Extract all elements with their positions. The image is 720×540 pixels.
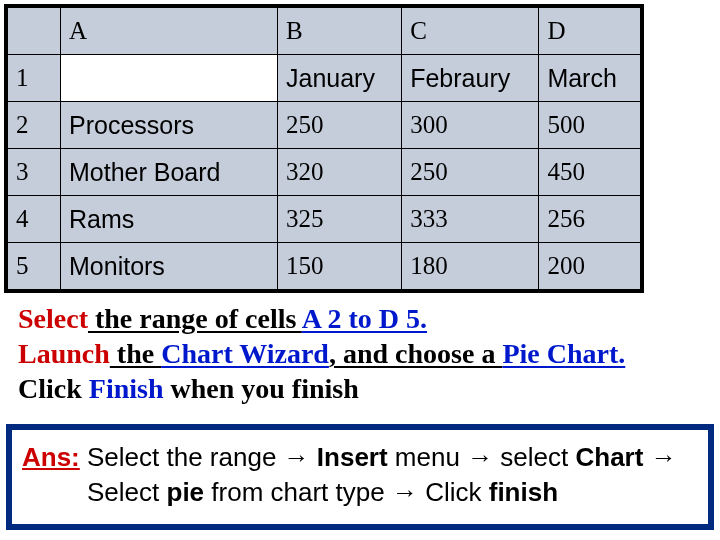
answer-text-3: select: [493, 442, 575, 472]
corner-cell[interactable]: [6, 6, 61, 55]
row-header-4[interactable]: 4: [6, 196, 61, 243]
cell-D3[interactable]: 450: [539, 149, 642, 196]
row-header-5[interactable]: 5: [6, 243, 61, 292]
cell-B5[interactable]: 150: [278, 243, 402, 292]
col-header-A[interactable]: A: [61, 6, 278, 55]
cell-C2[interactable]: 300: [402, 102, 539, 149]
answer-insert: Insert: [310, 442, 388, 472]
instr-finish: Finish: [89, 373, 164, 404]
answer-text-2: menu: [388, 442, 468, 472]
instr-line2-mid2: , and choose a: [329, 338, 502, 369]
arrow-icon: →: [467, 442, 493, 472]
cell-C4[interactable]: 333: [402, 196, 539, 243]
cell-A4[interactable]: Rams: [61, 196, 278, 243]
cell-D5[interactable]: 200: [539, 243, 642, 292]
cell-C5[interactable]: 180: [402, 243, 539, 292]
col-header-D[interactable]: D: [539, 6, 642, 55]
cell-A2[interactable]: Processors: [61, 102, 278, 149]
answer-chart: Chart: [576, 442, 651, 472]
answer-label: Ans:: [22, 442, 80, 472]
instructions-block: Select the range of cells A 2 to D 5. La…: [18, 301, 720, 406]
instr-range: A 2 to D 5.: [302, 303, 427, 334]
cell-A5[interactable]: Monitors: [61, 243, 278, 292]
instruction-line-1: Select the range of cells A 2 to D 5.: [18, 301, 720, 336]
cell-B3[interactable]: 320: [278, 149, 402, 196]
col-header-C[interactable]: C: [402, 6, 539, 55]
answer-text-1: Select the range: [80, 442, 284, 472]
cell-D4[interactable]: 256: [539, 196, 642, 243]
instruction-line-3: Click Finish when you finish: [18, 371, 720, 406]
answer-box: Ans: Select the range → Insert menu → se…: [6, 424, 714, 530]
answer-finish: finish: [489, 477, 558, 507]
answer-text-4: Select: [87, 477, 167, 507]
cell-B1[interactable]: January: [278, 55, 402, 102]
instr-chart-wizard: Chart Wizard: [161, 338, 329, 369]
answer-text-6: Click: [418, 477, 489, 507]
instr-line2-mid1: the: [110, 338, 161, 369]
spreadsheet-grid[interactable]: A B C D 1 January Febraury March 2 Proce…: [4, 4, 644, 293]
instruction-line-2: Launch the Chart Wizard, and choose a Pi…: [18, 336, 720, 371]
instr-line3-tail: when you finish: [163, 373, 358, 404]
col-header-B[interactable]: B: [278, 6, 402, 55]
row-header-2[interactable]: 2: [6, 102, 61, 149]
instr-pie-chart: Pie Chart.: [502, 338, 625, 369]
instr-select-verb: Select: [18, 303, 88, 334]
cell-B2[interactable]: 250: [278, 102, 402, 149]
instr-line1-mid: the range of cells: [88, 303, 302, 334]
answer-pie: pie: [167, 477, 205, 507]
row-header-1[interactable]: 1: [6, 55, 61, 102]
answer-text-5: from chart type: [204, 477, 392, 507]
cell-D2[interactable]: 500: [539, 102, 642, 149]
cell-B4[interactable]: 325: [278, 196, 402, 243]
instr-click: Click: [18, 373, 89, 404]
cell-A1[interactable]: [61, 55, 278, 102]
cell-D1[interactable]: March: [539, 55, 642, 102]
cell-A3[interactable]: Mother Board: [61, 149, 278, 196]
cell-C1[interactable]: Febraury: [402, 55, 539, 102]
arrow-icon: →: [651, 442, 677, 472]
arrow-icon: →: [392, 477, 418, 507]
arrow-icon: →: [284, 442, 310, 472]
row-header-3[interactable]: 3: [6, 149, 61, 196]
instr-launch-verb: Launch: [18, 338, 110, 369]
cell-C3[interactable]: 250: [402, 149, 539, 196]
